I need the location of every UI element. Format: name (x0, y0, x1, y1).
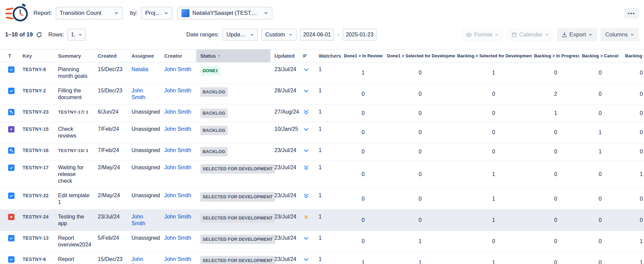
transition-count: 0 (621, 188, 644, 210)
issue-summary[interactable]: Testing the app (58, 214, 84, 226)
column-header-priority[interactable]: P (299, 50, 315, 62)
column-header-status[interactable]: Status↑ (196, 50, 270, 62)
transition-count: 1 (455, 210, 532, 231)
assignee[interactable]: John Smith (131, 214, 145, 226)
transition-count: 0 (341, 122, 385, 143)
issue-summary[interactable]: Filling the document (58, 88, 82, 100)
chevron-down-icon (114, 11, 119, 16)
assignee[interactable]: Natalia (131, 66, 148, 72)
export-button[interactable]: Export (557, 28, 597, 41)
column-header-transition-1[interactable]: Done1 > In Review (341, 50, 385, 62)
date-field-select[interactable]: Updated (223, 29, 258, 41)
transition-count: 1 (341, 252, 385, 264)
refresh-icon[interactable] (36, 32, 42, 38)
transition-count: 0 (385, 62, 455, 84)
issue-summary[interactable]: Edit template 1 (58, 193, 89, 205)
creator[interactable]: John Smith (164, 256, 191, 262)
issue-key: TESTNY-15 (23, 126, 49, 132)
task-icon (9, 194, 13, 198)
transition-count: 0 (621, 210, 644, 231)
table-row: TESTNY-23 TESTNY-17/ 1 6/Jun/24 Unassign… (0, 105, 644, 122)
report-label: Report: (33, 10, 52, 17)
updated-date: 23/Jul/24 (270, 143, 299, 160)
date-from-input[interactable]: 2024-06-01 (300, 29, 334, 41)
status-badge: SELECTED FOR DEVELOPMENT (200, 192, 275, 202)
download-icon (562, 32, 567, 37)
lightning-icon (9, 127, 13, 131)
column-header-summary[interactable]: Summary (54, 50, 94, 62)
table-row: TESTNY-24 Testing the app 23/Jul/24 John… (0, 210, 644, 231)
assignee: Unassigned (131, 165, 160, 170)
creator[interactable]: John Smith (164, 147, 191, 153)
table-row: TESTNY-16 TESTNY-15/ 1 7/Feb/24 Unassign… (0, 143, 644, 160)
assignee: Unassigned (131, 147, 160, 153)
column-header-transition-2[interactable]: Done1 > Selected for Development (385, 50, 455, 62)
chevron-down-icon (164, 11, 169, 16)
transition-count: 0 (385, 160, 455, 188)
date-ranges-label: Date ranges: (186, 31, 219, 38)
rows-per-page-value: 10 (71, 32, 76, 38)
report-select[interactable]: Transition Count (56, 7, 123, 20)
calendar-icon (511, 32, 517, 37)
column-header-assignee[interactable]: Assignee (127, 50, 160, 62)
creator[interactable]: John Smith (164, 235, 191, 241)
transition-count: 0 (341, 84, 385, 105)
sort-ascending-icon: ↑ (218, 53, 221, 59)
column-header-transition-3[interactable]: Backlog > Selected for Development (455, 50, 532, 62)
issue-summary: TESTNY-17/ 1 (58, 110, 89, 115)
assignee[interactable]: John Smith (131, 88, 145, 100)
column-header-transition-5[interactable]: Backlog > Cancel (579, 50, 621, 62)
created-date: 2/May/24 (94, 160, 127, 188)
more-actions-button[interactable]: ••• (624, 8, 639, 19)
watchers-count: 1 (315, 252, 341, 264)
bug-icon (9, 215, 13, 219)
transition-count: 0 (532, 143, 579, 160)
date-mode-select[interactable]: Custom (261, 29, 297, 41)
creator[interactable]: John Smith (164, 165, 191, 170)
issue-summary[interactable]: Report overview2024 (58, 235, 91, 247)
transition-count: 1 (455, 160, 532, 188)
column-header-updated[interactable]: Updated (270, 50, 299, 62)
creator[interactable]: John Smith (164, 88, 191, 93)
issue-summary[interactable]: Check reviews (58, 126, 76, 139)
transition-count: 0 (455, 143, 532, 160)
low-priority (303, 126, 311, 133)
creator[interactable]: John Smith (164, 126, 191, 132)
rows-per-page-select[interactable]: 10 (67, 29, 86, 41)
project-select[interactable]: NataliaYSaasjet (TESTNY) (177, 7, 272, 20)
column-header-creator[interactable]: Creator (160, 50, 196, 62)
column-header-key[interactable]: Key (19, 50, 54, 62)
transition-count: 0 (621, 143, 644, 160)
transition-count: 0 (385, 122, 455, 143)
transition-count: 0 (385, 105, 455, 122)
export-button-label: Export (569, 31, 586, 38)
transition-count: 0 (579, 84, 621, 105)
issue-key: TESTNY-16 (23, 148, 49, 153)
medium-priority (303, 214, 311, 220)
issue-summary[interactable]: Planning month goals (58, 66, 87, 79)
assignee[interactable]: John Smith (131, 256, 145, 264)
created-date: 15/Dec/23 (94, 252, 127, 264)
issue-summary[interactable]: Waiting for release check (58, 165, 84, 184)
issue-summary[interactable]: Report overview (58, 256, 79, 264)
created-date: 15/Dec/23 (94, 62, 127, 84)
column-header-watchers[interactable]: Watchers (315, 50, 341, 62)
column-header-transition-6[interactable]: Backlog > C (621, 50, 644, 62)
group-by-select[interactable]: Project (141, 7, 173, 20)
date-to-input[interactable]: 2025-01-23 (343, 29, 377, 41)
transition-count: 0 (532, 231, 579, 252)
transition-count: 0 (621, 84, 644, 105)
creator[interactable]: John Smith (164, 214, 191, 219)
creator[interactable]: John Smith (164, 109, 191, 115)
columns-button[interactable]: Columns (601, 28, 639, 41)
updated-date: 23/Jul/24 (270, 252, 299, 264)
low-priority (303, 88, 311, 94)
report-select-value: Transition Count (60, 10, 111, 17)
column-header-transition-4[interactable]: Backlog > In Progress (532, 50, 579, 62)
creator[interactable]: John Smith (164, 66, 191, 72)
task-type-icon (8, 256, 14, 263)
column-header-type[interactable]: T (0, 50, 19, 62)
column-header-created[interactable]: Created (94, 50, 127, 62)
transition-count: 1 (621, 231, 644, 252)
creator[interactable]: John Smith (164, 193, 191, 198)
